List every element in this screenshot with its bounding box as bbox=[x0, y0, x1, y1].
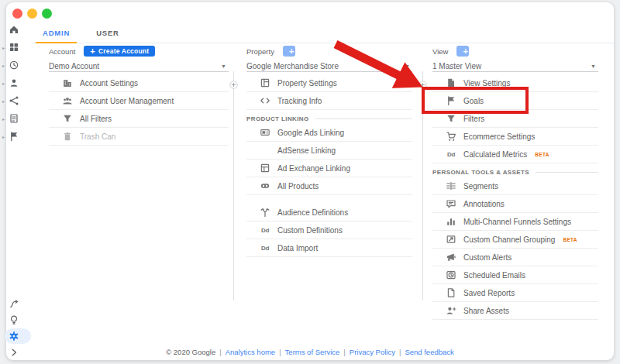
list-item-share-assets[interactable]: Share Assets bbox=[432, 302, 598, 320]
list-item-google-ads-linking[interactable]: Google Ads Linking bbox=[246, 124, 412, 142]
property-label: Property bbox=[246, 47, 274, 56]
list-item-view-settings[interactable]: View Settings bbox=[432, 74, 598, 92]
item-label: Saved Reports bbox=[463, 289, 515, 297]
admin-tab-bar: ADMIN USER bbox=[36, 26, 126, 41]
sidebar-item-realtime[interactable]: ▸ bbox=[2, 60, 31, 70]
footer-link-send-feedback[interactable]: Send feedback bbox=[405, 348, 453, 356]
property-column-header: Property + Create Property bbox=[246, 46, 412, 57]
list-item-ecommerce-settings[interactable]: Ecommerce Settings bbox=[432, 128, 598, 146]
account-column-header: Account + Create Account bbox=[49, 46, 229, 57]
view-selector[interactable]: 1 Master View ▼ bbox=[432, 60, 598, 72]
list-item-property-settings[interactable]: Property Settings bbox=[246, 74, 412, 92]
beta-badge: BETA bbox=[535, 152, 549, 157]
saved-reports-icon bbox=[446, 287, 456, 298]
sidebar-item-conversions[interactable]: ▸ bbox=[2, 131, 31, 142]
list-item-tracking-info[interactable]: Tracking Info bbox=[246, 92, 412, 110]
dd-icon: Dd bbox=[260, 225, 270, 235]
sidebar-item-acquisition[interactable]: ▸ bbox=[2, 95, 31, 106]
footer-separator: | bbox=[399, 348, 401, 356]
list-item-data-import[interactable]: DdData Import bbox=[246, 239, 412, 257]
funnels-icon bbox=[446, 216, 456, 227]
list-item-account-user-management[interactable]: Account User Management bbox=[49, 92, 229, 110]
list-item-filters[interactable]: Filters bbox=[432, 110, 598, 128]
list-item-ad-exchange-linking[interactable]: Ad Exchange Linking bbox=[246, 160, 412, 177]
chevron-down-icon: ▼ bbox=[591, 64, 596, 69]
users-icon bbox=[62, 95, 73, 106]
create-property-button[interactable]: + Create Property bbox=[283, 46, 295, 57]
sidebar-item-audience[interactable]: ▸ bbox=[2, 77, 31, 88]
footer-link-terms-of-service[interactable]: Terms of Service bbox=[285, 348, 340, 356]
sidebar-item-behavior[interactable]: ▸ bbox=[2, 113, 31, 124]
column-divider bbox=[422, 71, 423, 300]
item-label: Data Import bbox=[277, 244, 318, 252]
property-column: Property + Create Property Google Mercha… bbox=[246, 46, 412, 257]
item-label: View Settings bbox=[463, 79, 510, 88]
tab-admin[interactable]: ADMIN bbox=[36, 26, 77, 41]
account-selector[interactable]: Demo Account ▼ bbox=[49, 60, 229, 72]
behavior-icon bbox=[9, 113, 19, 124]
expand-arrow-icon: ▸ bbox=[2, 81, 9, 86]
list-item-annotations[interactable]: Annotations bbox=[432, 195, 598, 213]
list-item-segments[interactable]: Segments bbox=[432, 177, 598, 195]
dd-icon: Dd bbox=[260, 242, 270, 253]
close-button[interactable] bbox=[12, 9, 22, 19]
expand-arrow-icon: ▸ bbox=[2, 45, 9, 50]
tracking-info-icon bbox=[260, 95, 270, 106]
footer-link-analytics-home[interactable]: Analytics home bbox=[226, 348, 275, 356]
property-selector[interactable]: Google Merchandise Store ▼ bbox=[246, 60, 412, 72]
list-item-calculated-metrics[interactable]: DdCalculated MetricsBETA bbox=[432, 146, 598, 163]
sidebar-item-discover[interactable] bbox=[2, 314, 31, 325]
zoom-button[interactable] bbox=[42, 9, 52, 19]
sidebar-item-customization[interactable]: ▸ bbox=[2, 42, 31, 53]
create-view-button[interactable]: + Create View bbox=[456, 46, 469, 57]
create-account-button[interactable]: + Create Account bbox=[84, 46, 155, 57]
customization-icon bbox=[9, 42, 19, 53]
list-item-custom-definitions[interactable]: DdCustom Definitions bbox=[246, 221, 412, 239]
expand-arrow-icon: ▸ bbox=[2, 116, 9, 122]
list-item-saved-reports[interactable]: Saved Reports bbox=[432, 284, 598, 302]
sidebar-item-home[interactable] bbox=[2, 24, 31, 35]
minimize-button[interactable] bbox=[27, 9, 37, 19]
segments-icon bbox=[446, 180, 456, 191]
expand-column-button[interactable] bbox=[418, 78, 427, 87]
section-list: Account SettingsAccount User ManagementA… bbox=[49, 74, 229, 146]
list-item-custom-alerts[interactable]: Custom Alerts bbox=[432, 249, 598, 266]
realtime-icon bbox=[9, 60, 19, 70]
ecommerce-icon bbox=[446, 131, 456, 142]
list-item-all-products[interactable]: All Products bbox=[246, 177, 412, 195]
list-item-scheduled-emails[interactable]: Scheduled Emails bbox=[432, 266, 598, 284]
list-item-account-settings[interactable]: Account Settings bbox=[49, 74, 229, 92]
list-item-adsense-linking[interactable]: AdSense Linking bbox=[246, 142, 412, 160]
list-item-multi-channel-funnels-settings[interactable]: Multi-Channel Funnels Settings bbox=[432, 213, 598, 231]
sidebar-item-admin[interactable] bbox=[2, 331, 31, 342]
footer-separator: | bbox=[219, 348, 221, 356]
account-items: Account SettingsAccount User ManagementA… bbox=[49, 74, 229, 146]
section-header-personal-tools-assets: PERSONAL TOOLS & ASSETS bbox=[432, 167, 598, 177]
list-item-audience-definitions[interactable]: Audience Definitions bbox=[246, 204, 412, 221]
sidebar-item-attribution[interactable] bbox=[2, 298, 31, 309]
item-label: All Products bbox=[277, 182, 319, 191]
section-list: SegmentsAnnotationsMulti-Channel Funnels… bbox=[432, 177, 598, 320]
plus-icon: + bbox=[289, 47, 294, 56]
item-label: Account Settings bbox=[80, 79, 138, 88]
attribution-icon bbox=[9, 298, 19, 309]
list-item-all-filters[interactable]: All Filters bbox=[49, 110, 229, 128]
create-account-label: Create Account bbox=[98, 47, 149, 55]
item-label: Multi-Channel Funnels Settings bbox=[463, 218, 571, 226]
goals-icon bbox=[446, 95, 456, 106]
footer-link-privacy-policy[interactable]: Privacy Policy bbox=[350, 348, 395, 356]
view-column: View + Create View 1 Master View ▼ View … bbox=[432, 46, 598, 320]
item-label: Custom Definitions bbox=[277, 226, 343, 235]
expand-column-button[interactable] bbox=[229, 78, 238, 87]
create-property-label: Create Property bbox=[298, 43, 326, 59]
section-header-label: PRODUCT LINKING bbox=[246, 115, 309, 122]
item-label: All Filters bbox=[80, 115, 112, 123]
annotations-icon bbox=[446, 198, 456, 209]
list-item-trash-can[interactable]: Trash Can bbox=[49, 128, 229, 146]
tab-user[interactable]: USER bbox=[89, 26, 126, 41]
footer: © 2020 Google |Analytics home|Terms of S… bbox=[0, 348, 620, 356]
beta-badge: BETA bbox=[563, 237, 577, 242]
list-item-custom-channel-grouping[interactable]: Custom Channel GroupingBETA bbox=[432, 231, 598, 249]
list-item-goals[interactable]: Goals bbox=[432, 92, 598, 110]
plus-icon: + bbox=[463, 47, 468, 56]
